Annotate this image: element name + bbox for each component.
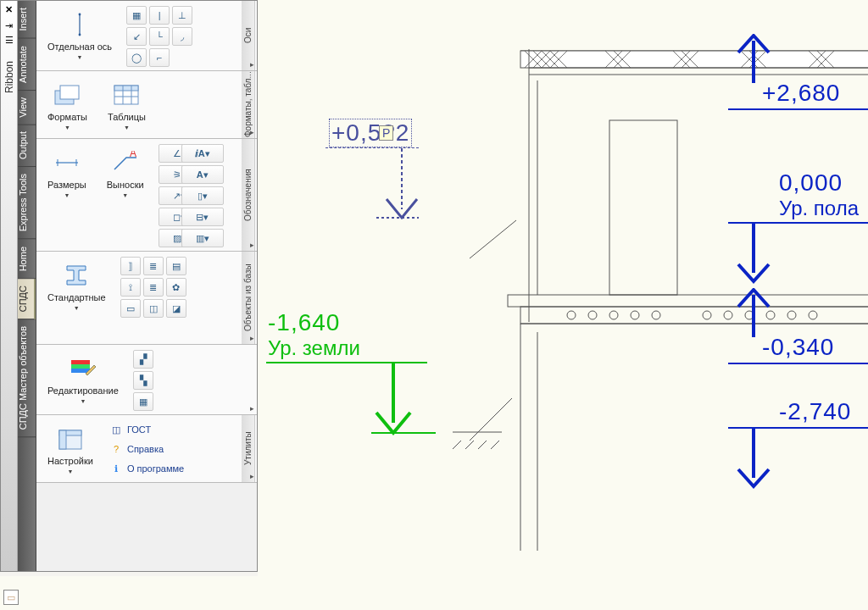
tab-home[interactable]: Home [18,240,36,279]
tab-annotate[interactable]: Annotate [18,39,36,91]
gost-icon: ◫ [109,423,123,436]
chevron-down-icon: ▼ [64,192,70,198]
tab-express-tools[interactable]: Express Tools [18,167,36,239]
text-a2-icon[interactable]: A▾ [181,165,224,184]
section2-icon[interactable]: ⊟▾ [181,208,224,226]
squares2-icon[interactable]: ▚ [133,371,153,390]
svg-text:A: A [130,151,136,159]
dimensions-button[interactable]: Размеры ▼ [42,144,92,202]
svg-line-69 [465,441,474,449]
settings-button[interactable]: Настройки ▼ [42,420,99,479]
taskbar: ▭ [0,576,868,610]
ribbon-tabstrip: Insert Annotate View Output Express Tool… [18,1,36,571]
drawing-canvas[interactable]: +0,5?2 -1,640 Ур. земли +2,680 0, [258,0,868,576]
elevation-mark-zero[interactable]: 0,000 Ур. пола [728,169,868,291]
svg-rect-4 [60,86,79,99]
gost-link[interactable]: ◫ ГОСТ [108,420,186,439]
edit-grid: ▞ ▚ ▦ [133,350,153,411]
grid-tool-icon[interactable]: ▦ [126,6,147,25]
elevation-mark-editing[interactable]: +0,5?2 [326,119,419,229]
svg-rect-19 [59,430,66,449]
ribbon-panels: Отдельная ось ▼ ▦ | ⊥ ↙ └ ◞ ◯ ⌐ Оси ▸ [36,1,257,571]
standard-objects-button[interactable]: Стандартные ▼ [42,257,112,315]
tab-output[interactable]: Output [18,125,36,167]
svg-line-68 [453,441,461,449]
leaders-button[interactable]: A Выноски ▼ [101,144,150,202]
palette-titlebar: ✕ ⇥ ☰ Ribbon [1,1,18,571]
svg-line-70 [478,441,487,449]
elevation-mark-top[interactable]: +2,680 [728,34,868,110]
chevron-down-icon: ▼ [122,192,128,198]
axis-perp-icon[interactable]: ⊥ [172,6,192,25]
ibeam-icon [62,261,91,290]
duct-icon[interactable]: ◫ [143,299,164,318]
list2-icon[interactable]: ≣ [143,278,164,297]
panel-title: Объекты из базы [242,252,255,344]
axis-diag-icon[interactable]: ↙ [126,27,147,46]
axis-arc-icon[interactable]: ◞ [172,27,192,46]
dimension-icon [53,148,81,177]
leader-icon: A [111,148,140,177]
svg-point-2 [79,34,81,36]
chevron-down-icon: ▼ [80,398,86,404]
tab-insert[interactable]: Insert [18,1,36,39]
panel-formats: Форматы ▼ Таблицы ▼ Форматы, табл... ▸ [36,71,257,139]
elevation-mark-m034[interactable]: -0,340 [728,288,868,364]
info-icon: ℹ [109,462,123,475]
table-icon [112,80,141,109]
tab-spds-master[interactable]: СПДС Мастер объектов [18,319,36,437]
axis-vert-icon[interactable]: | [149,6,170,25]
axis-angle-icon[interactable]: └ [149,27,170,46]
chevron-down-icon: ▼ [124,125,130,130]
sheet-icon [53,80,81,109]
plate-icon[interactable]: ▭ [120,299,141,318]
panel-expand-icon[interactable]: ▸ [250,60,254,69]
panel-expand-icon[interactable]: ▸ [250,241,254,249]
editing-button[interactable]: Редактирование ▼ [42,350,125,408]
panel-edit: Редактирование ▼ ▞ ▚ ▦ ▸ [36,345,257,415]
single-axis-button[interactable]: Отдельная ось ▼ [42,6,118,64]
about-link[interactable]: ℹ О программе [108,459,186,478]
gear-icon[interactable]: ✿ [166,278,186,297]
help-link[interactable]: ? Справка [108,440,186,458]
card-icon[interactable]: ▤ [166,257,186,275]
panel-expand-icon[interactable]: ▸ [250,334,254,342]
line-icon [65,10,94,39]
chevron-down-icon: ▼ [64,125,70,130]
elevation-mark-m274[interactable]: -2,740 [728,398,868,496]
tab-spds[interactable]: СПДС [18,279,36,319]
bolt-icon[interactable]: ⟧ [120,257,141,275]
window-icon[interactable]: ▭ [3,590,19,605]
svg-line-71 [491,441,499,449]
panel-expand-icon[interactable]: ▸ [250,404,254,413]
chevron-down-icon: ▼ [77,54,83,60]
help-icon: ? [109,442,123,456]
panel-expand-icon[interactable]: ▸ [250,128,254,136]
fill-icon[interactable]: ▥▾ [181,229,224,247]
chevron-down-icon: ▼ [68,469,74,474]
section-icon[interactable]: ▯▾ [181,186,224,205]
list-icon[interactable]: ≣ [143,257,164,275]
svg-rect-15 [71,364,90,369]
formats-button[interactable]: Форматы ▼ [42,76,93,135]
palette-edit-icon [69,354,97,383]
anchor-icon[interactable]: ⟟ [120,278,141,297]
array-icon[interactable]: ▦ [133,392,153,411]
elevation-mark-ground[interactable]: -1,640 Ур. земли [266,309,436,444]
axis-circle-icon[interactable]: ◯ [126,48,147,67]
svg-rect-6 [114,86,138,91]
tables-button[interactable]: Таблицы ▼ [102,76,152,135]
palette-menu-icon[interactable]: ☰ [5,33,14,47]
tab-view[interactable]: View [18,91,36,125]
panel-axes: Отдельная ось ▼ ▦ | ⊥ ↙ └ ◞ ◯ ⌐ Оси ▸ [36,1,257,71]
squares-icon[interactable]: ▞ [133,350,153,369]
svg-point-53 [567,311,576,319]
panel-db-objects: Стандартные ▼ ⟧ ≣ ▤ ⟟ ≣ ✿ ▭ ◫ ◪ Объекты … [36,252,257,345]
diag-icon[interactable]: ◪ [166,299,186,318]
autohide-icon[interactable]: ⇥ [5,19,13,33]
close-icon[interactable]: ✕ [5,1,13,19]
text-a-icon[interactable]: ⅈA▾ [181,144,224,163]
panel-expand-icon[interactable]: ▸ [250,472,254,480]
axis-corner-icon[interactable]: ⌐ [149,48,170,67]
svg-point-57 [652,311,660,319]
